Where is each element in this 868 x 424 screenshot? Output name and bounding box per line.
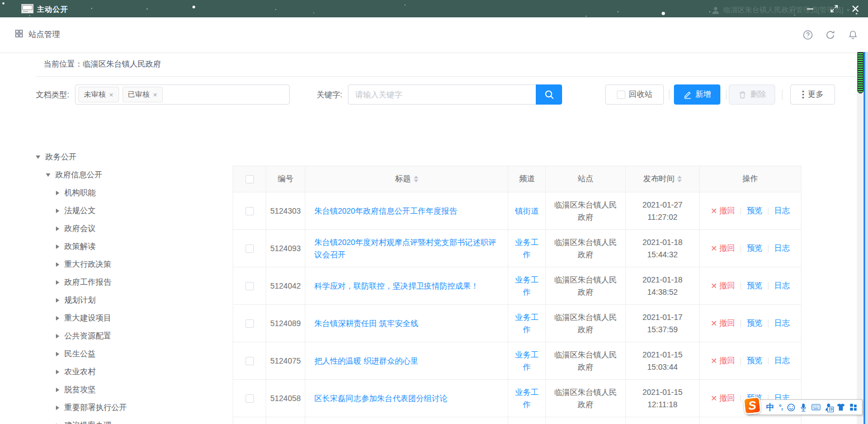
notification-button[interactable] [848, 17, 858, 52]
close-button[interactable] [850, 3, 860, 13]
tree-item[interactable]: 重大建设项目 [0, 309, 229, 327]
row-checkbox[interactable] [246, 319, 254, 328]
tree-item[interactable]: 法规公文 [0, 202, 229, 220]
withdraw-button[interactable]: ✕撤回 [711, 243, 735, 253]
withdraw-button[interactable]: ✕撤回 [711, 318, 735, 328]
collapse-icon[interactable] [36, 156, 40, 159]
more-button[interactable]: 更多 [790, 84, 835, 105]
search-button[interactable] [536, 84, 562, 105]
tree-item[interactable]: 民生公益 [0, 345, 229, 363]
divider [726, 89, 727, 100]
maximize-button[interactable] [829, 3, 839, 13]
ime-punctuation-icon[interactable]: °, [779, 403, 782, 411]
withdraw-button[interactable]: ✕撤回 [711, 393, 735, 403]
ime-emoji-icon[interactable] [787, 403, 795, 412]
sogou-logo[interactable]: S [743, 397, 762, 415]
log-button[interactable]: 日志 [774, 356, 790, 366]
tree-item[interactable]: 政府工作报告 [0, 274, 229, 291]
channel-link[interactable]: 业务工作 [512, 311, 542, 336]
add-button[interactable]: 新增 [674, 84, 720, 105]
channel-link[interactable]: 业务工作 [512, 386, 542, 411]
minimize-button[interactable] [805, 3, 815, 13]
withdraw-button[interactable]: ✕撤回 [711, 281, 735, 291]
collapse-icon[interactable] [46, 173, 50, 177]
preview-button[interactable]: 预览 [747, 206, 762, 216]
expand-icon[interactable] [56, 227, 59, 231]
scrollbar-thumb[interactable] [857, 50, 864, 93]
delete-button[interactable]: 删除 [729, 84, 775, 105]
sort-icon[interactable] [414, 176, 418, 182]
preview-button[interactable]: 预览 [747, 243, 762, 253]
ime-account-icon[interactable]: 19 [825, 403, 832, 411]
column-header-title[interactable]: 标题 [305, 166, 508, 192]
tree-item[interactable]: 规划计划 [0, 291, 229, 309]
doc-title-link[interactable]: 区长宋磊同志参加朱台代表团分组讨论 [314, 392, 447, 404]
doc-title-link[interactable]: 朱台镇深耕责任田 筑牢安全线 [314, 317, 418, 329]
select-all-checkbox[interactable] [246, 175, 254, 183]
preview-button[interactable]: 预览 [747, 356, 762, 366]
grid-menu-icon[interactable] [15, 30, 23, 40]
doc-title-link[interactable]: 朱台镇2020年度对村观摩点评暨村党支部书记述职评议会召开 [314, 236, 499, 261]
doc-title-link[interactable]: 科学应对，联防联控，坚决捍卫疫情防控成果！ [314, 280, 479, 292]
tree-item[interactable]: 政府信息公开 [0, 166, 229, 184]
ime-voice-icon[interactable] [800, 403, 807, 412]
doc-title-link[interactable]: 把人性的温暖 织进群众的心里 [314, 355, 418, 367]
expand-icon[interactable] [56, 370, 59, 374]
recycle-bin-button[interactable]: 回收站 [605, 84, 664, 105]
row-checkbox[interactable] [246, 244, 254, 253]
tree-item[interactable]: 机构职能 [0, 184, 229, 202]
column-header-time[interactable]: 发布时间 [626, 166, 700, 192]
expand-icon[interactable] [56, 280, 59, 285]
scrollbar-track[interactable] [857, 52, 864, 424]
withdraw-button[interactable]: ✕撤回 [711, 356, 735, 366]
log-button[interactable]: 日志 [774, 243, 790, 253]
help-button[interactable] [803, 17, 813, 52]
expand-icon[interactable] [56, 191, 59, 195]
expand-icon[interactable] [56, 334, 59, 338]
tree-item[interactable]: 公共资源配置 [0, 327, 229, 345]
withdraw-button[interactable]: ✕撤回 [711, 206, 735, 216]
sort-icon[interactable] [677, 176, 682, 182]
remove-tag-icon[interactable]: × [153, 91, 158, 99]
recycle-bin-checkbox[interactable] [617, 91, 625, 99]
log-button[interactable]: 日志 [774, 206, 790, 216]
row-checkbox[interactable] [246, 357, 254, 365]
preview-button[interactable]: 预览 [747, 318, 762, 328]
channel-link[interactable]: 镇街道 [512, 205, 542, 217]
expand-icon[interactable] [56, 316, 59, 321]
tree-item[interactable]: 政务公开 [0, 148, 229, 166]
tree-item[interactable]: 重要部署执行公开 [0, 399, 229, 417]
ime-language-mode[interactable]: 中 [766, 402, 775, 413]
row-checkbox[interactable] [246, 394, 254, 403]
ime-toolbox-icon[interactable] [850, 403, 857, 411]
refresh-button[interactable] [825, 17, 836, 52]
log-button[interactable]: 日志 [774, 281, 790, 291]
channel-link[interactable]: 业务工作 [512, 236, 542, 261]
preview-button[interactable]: 预览 [747, 281, 762, 291]
doc-title-link[interactable]: 朱台镇2020年政府信息公开工作年度报告 [314, 205, 457, 217]
row-checkbox[interactable] [246, 282, 254, 290]
row-checkbox[interactable] [246, 207, 254, 215]
ime-skin-icon[interactable] [837, 403, 845, 411]
maximize-icon [830, 4, 838, 13]
tree-item[interactable]: 农业农村 [0, 363, 229, 381]
keyword-input[interactable] [348, 84, 536, 105]
expand-icon[interactable] [56, 262, 59, 267]
tree-item[interactable]: 重大行政决策 [0, 256, 229, 274]
tree-item[interactable]: 脱贫攻坚 [0, 381, 229, 399]
remove-tag-icon[interactable]: × [109, 91, 114, 99]
tree-item[interactable]: 政策解读 [0, 238, 229, 256]
channel-link[interactable]: 业务工作 [512, 348, 542, 373]
expand-icon[interactable] [56, 209, 59, 213]
doc-type-select[interactable]: 未审核×已审核× [75, 84, 290, 105]
ime-keyboard-icon[interactable] [812, 404, 820, 411]
channel-link[interactable]: 业务工作 [512, 274, 542, 298]
log-button[interactable]: 日志 [774, 318, 790, 328]
expand-icon[interactable] [56, 406, 59, 410]
tree-item[interactable]: 政府会议 [0, 220, 229, 238]
tree-item[interactable]: 建议提案办理 [0, 417, 229, 424]
expand-icon[interactable] [56, 352, 59, 356]
expand-icon[interactable] [56, 244, 59, 249]
expand-icon[interactable] [56, 388, 59, 392]
expand-icon[interactable] [56, 298, 59, 303]
